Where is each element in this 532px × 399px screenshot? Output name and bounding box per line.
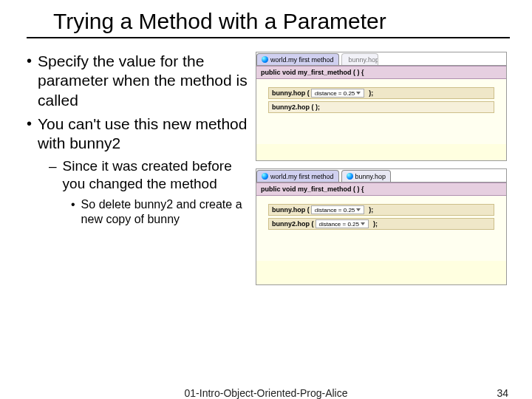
bullet-dot-icon: •	[27, 115, 32, 154]
chevron-down-icon	[356, 208, 361, 211]
tab-world-method[interactable]: world.my first method	[256, 53, 339, 65]
loose-call: bunny2.hop ( );	[272, 103, 320, 111]
method-body: bunny.hop ( distance = 0.25 ); bunny2.ho…	[256, 196, 506, 261]
tab-bunny-hop[interactable]: bunny.hop	[341, 53, 378, 65]
code-end: );	[373, 220, 378, 228]
code-end: );	[369, 89, 373, 97]
subbullet-1-text: Since it was created before you changed …	[63, 157, 248, 193]
tab-world-method[interactable]: world.my first method	[256, 170, 339, 182]
subbullet-1: – Since it was created before you change…	[49, 157, 248, 193]
code-call: bunny.hop (	[272, 206, 310, 214]
param-text: distance = 0.25	[315, 207, 355, 214]
code-line-1[interactable]: bunny.hop ( distance = 0.25 );	[268, 87, 494, 99]
chevron-down-icon	[361, 222, 365, 225]
subsubbullet-1-text: So delete bunny2 and create a new copy o…	[81, 197, 248, 227]
bullet-2: • You can't use this new method with bun…	[27, 115, 248, 154]
tab-label: bunny.hop	[355, 173, 386, 180]
bullet-list: • Specify the value for the parameter wh…	[27, 52, 248, 285]
code-call: bunny.hop (	[272, 89, 310, 97]
code-line-1[interactable]: bunny.hop ( distance = 0.25 );	[268, 204, 494, 216]
footer-center: 01-Intro-Object-Oriented-Prog-Alice	[185, 387, 348, 399]
code-line-loose[interactable]: bunny2.hop ( );	[268, 101, 494, 113]
method-signature: public void my_first_method ( ) {	[256, 183, 506, 196]
bullet-2-text: You can't use this new method with bunny…	[38, 115, 248, 154]
slide-title: Trying a Method with a Parameter	[27, 0, 510, 38]
chevron-down-icon	[356, 92, 361, 95]
method-body: bunny.hop ( distance = 0.25 ); bunny2.ho…	[256, 79, 506, 144]
code-call: bunny2.hop (	[272, 220, 314, 228]
tab-label: world.my first method	[270, 173, 334, 180]
dash-icon: –	[49, 157, 57, 193]
code-panel-1: world.my first method bunny.hop public v…	[256, 52, 507, 161]
tab-bar: world.my first method bunny.hop	[256, 169, 506, 183]
code-panel-2: world.my first method bunny.hop public v…	[256, 168, 507, 285]
bullet-1-text: Specify the value for the parameter when…	[38, 52, 248, 110]
bullet-1: • Specify the value for the parameter wh…	[27, 52, 248, 110]
content-area: • Specify the value for the parameter wh…	[0, 38, 532, 285]
screenshots-column: world.my first method bunny.hop public v…	[256, 52, 507, 285]
bullet-dot-icon: •	[71, 197, 75, 227]
tab-bar: world.my first method bunny.hop	[256, 52, 506, 66]
param-chip[interactable]: distance = 0.25	[311, 89, 364, 98]
tab-label: bunny.hop	[349, 56, 378, 64]
param-text: distance = 0.25	[319, 221, 359, 228]
globe-icon	[347, 173, 353, 180]
page-number: 34	[497, 387, 508, 399]
globe-icon	[262, 173, 268, 180]
code-end: );	[369, 206, 373, 214]
method-signature: public void my_first_method ( ) {	[256, 66, 506, 79]
param-text: distance = 0.25	[315, 90, 355, 97]
globe-icon	[262, 56, 268, 63]
tab-label: world.my first method	[270, 56, 334, 64]
tab-bunny-hop[interactable]: bunny.hop	[341, 170, 391, 182]
bullet-dot-icon: •	[27, 52, 32, 110]
param-chip[interactable]: distance = 0.25	[311, 205, 364, 214]
param-chip[interactable]: distance = 0.25	[316, 219, 369, 228]
subsubbullet-1: • So delete bunny2 and create a new copy…	[71, 197, 248, 227]
code-line-2[interactable]: bunny2.hop ( distance = 0.25 );	[268, 218, 494, 230]
